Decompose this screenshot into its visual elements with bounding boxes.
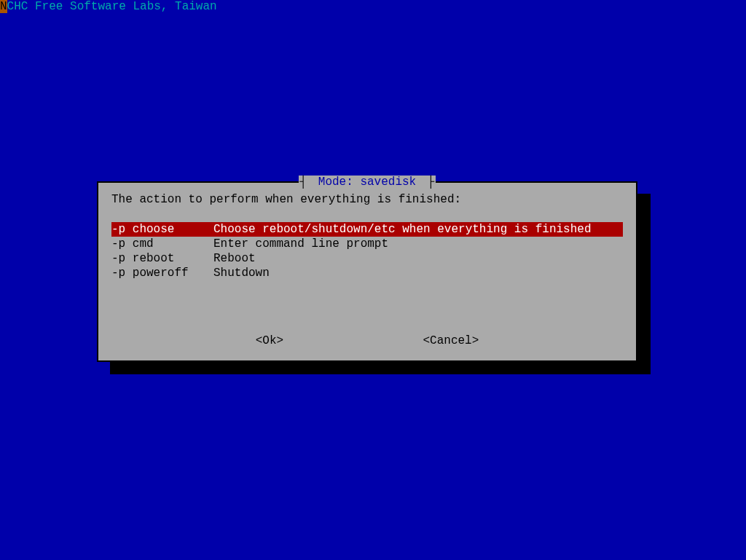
menu-item-description: Shutdown (213, 266, 623, 280)
title-bracket-right: ├ (426, 176, 436, 189)
menu-item--p-poweroff[interactable]: -p poweroffShutdown (111, 266, 623, 280)
cancel-button[interactable]: <Cancel> (423, 334, 479, 347)
menu-item-option: -p choose (111, 222, 213, 237)
header-rest: CHC Free Software Labs, Taiwan (7, 0, 217, 13)
menu-item-option: -p poweroff (111, 266, 213, 280)
menu-item--p-choose[interactable]: -p chooseChoose reboot/shutdown/etc when… (111, 222, 623, 237)
dialog-content: The action to perform when everything is… (98, 183, 636, 291)
menu-item-option: -p reboot (111, 251, 213, 266)
header-first-char: N (0, 0, 7, 13)
mode-dialog: ┤ Mode: savedisk ├ The action to perform… (97, 181, 637, 362)
menu-item-option: -p cmd (111, 237, 213, 251)
header-text: NCHC Free Software Labs, Taiwan (0, 0, 746, 13)
ok-button[interactable]: <Ok> (256, 334, 283, 347)
dialog-title-wrap: ┤ Mode: savedisk ├ (98, 176, 636, 189)
menu-item-description: Reboot (213, 251, 623, 266)
dialog-buttons: <Ok> <Cancel> (98, 334, 636, 347)
menu-list[interactable]: -p chooseChoose reboot/shutdown/etc when… (111, 222, 623, 280)
menu-item-description: Choose reboot/shutdown/etc when everythi… (213, 222, 623, 237)
menu-item--p-cmd[interactable]: -p cmdEnter command line prompt (111, 237, 623, 251)
menu-item-description: Enter command line prompt (213, 237, 623, 251)
dialog-title: Mode: savedisk (308, 176, 426, 189)
dialog-prompt: The action to perform when everything is… (111, 193, 623, 206)
menu-item--p-reboot[interactable]: -p rebootReboot (111, 251, 623, 266)
title-bracket-left: ┤ (299, 176, 309, 189)
